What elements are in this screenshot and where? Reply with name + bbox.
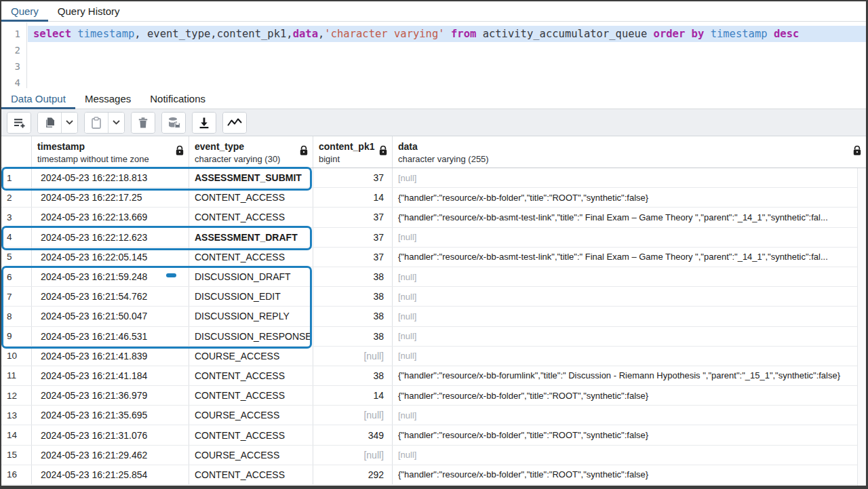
- event-type-cell[interactable]: CONTENT_ACCESS: [189, 248, 313, 267]
- data-cell[interactable]: [null]: [393, 347, 866, 366]
- column-header-data[interactable]: data character varying (255): [393, 136, 866, 168]
- data-cell[interactable]: [null]: [393, 168, 866, 187]
- tab-query[interactable]: Query: [1, 1, 48, 21]
- content-pk1-cell[interactable]: 349: [313, 425, 393, 444]
- content-pk1-cell[interactable]: 37: [313, 248, 393, 267]
- row-number-cell[interactable]: 15: [1, 446, 32, 465]
- event-type-cell[interactable]: ASSESSMENT_DRAFT: [189, 228, 313, 247]
- sql-line-1[interactable]: select timestamp, event_type,content_pk1…: [28, 26, 866, 42]
- event-type-cell[interactable]: CONTENT_ACCESS: [189, 208, 313, 227]
- data-cell[interactable]: [null]: [393, 406, 866, 425]
- event-type-cell[interactable]: DISCUSSION_RESPONSE: [189, 327, 313, 346]
- add-row-button[interactable]: [7, 113, 31, 133]
- content-pk1-cell[interactable]: 14: [313, 188, 393, 207]
- data-cell[interactable]: {"handler":"resource/x-bb-forumlink","ti…: [393, 366, 866, 385]
- timestamp-cell[interactable]: 2024-05-23 16:21:35.695: [32, 406, 189, 425]
- content-pk1-cell[interactable]: 38: [313, 287, 393, 306]
- content-pk1-cell[interactable]: 38: [313, 366, 393, 385]
- timestamp-cell[interactable]: 2024-05-23 16:21:46.531: [32, 327, 189, 346]
- timestamp-cell[interactable]: 2024-05-23 16:22:12.623: [32, 228, 189, 247]
- row-number-cell[interactable]: 16: [1, 465, 32, 484]
- event-type-cell[interactable]: DISCUSSION_DRAFT: [189, 267, 313, 286]
- content-pk1-cell[interactable]: [null]: [313, 406, 393, 425]
- event-type-cell[interactable]: CONTENT_ACCESS: [189, 366, 313, 385]
- save-data-changes-button[interactable]: [162, 113, 185, 133]
- data-cell[interactable]: [null]: [393, 307, 866, 326]
- event-type-cell[interactable]: DISCUSSION_REPLY: [189, 307, 313, 326]
- row-number-cell[interactable]: 7: [1, 287, 32, 306]
- column-header-content-pk1[interactable]: content_pk1 bigint: [313, 136, 393, 168]
- data-cell[interactable]: {"handler":"resource/x-bb-folder","title…: [393, 386, 866, 405]
- content-pk1-cell[interactable]: 37: [313, 168, 393, 187]
- timestamp-cell[interactable]: 2024-05-23 16:22:17.25: [32, 188, 189, 207]
- timestamp-cell[interactable]: 2024-05-23 16:22:18.813: [32, 168, 189, 187]
- row-number-cell[interactable]: 6: [1, 267, 32, 286]
- event-type-cell[interactable]: CONTENT_ACCESS: [189, 425, 313, 444]
- data-cell[interactable]: [null]: [393, 228, 866, 247]
- row-number-cell[interactable]: 9: [1, 327, 32, 346]
- content-pk1-cell[interactable]: 14: [313, 386, 393, 405]
- event-type-cell[interactable]: COURSE_ACCESS: [189, 347, 313, 366]
- event-type-cell[interactable]: CONTENT_ACCESS: [189, 386, 313, 405]
- event-type-cell[interactable]: CONTENT_ACCESS: [189, 188, 313, 207]
- event-type-cell[interactable]: DISCUSSION_EDIT: [189, 287, 313, 306]
- timestamp-cell[interactable]: 2024-05-23 16:21:59.248: [32, 267, 189, 286]
- timestamp-cell[interactable]: 2024-05-23 16:21:41.184: [32, 366, 189, 385]
- data-cell[interactable]: {"handler":"resource/x-bb-folder","title…: [393, 465, 866, 484]
- content-pk1-cell[interactable]: 38: [313, 267, 393, 286]
- content-pk1-cell[interactable]: 37: [313, 208, 393, 227]
- data-cell[interactable]: [null]: [393, 267, 866, 286]
- data-cell[interactable]: {"handler":"resource/x-bb-asmt-test-link…: [393, 248, 866, 267]
- content-pk1-cell[interactable]: 38: [313, 327, 393, 346]
- content-pk1-cell[interactable]: [null]: [313, 347, 393, 366]
- timestamp-cell[interactable]: 2024-05-23 16:21:50.047: [32, 307, 189, 326]
- row-number-cell[interactable]: 10: [1, 347, 32, 366]
- graph-visualiser-button[interactable]: [223, 113, 246, 133]
- sql-line-2[interactable]: [28, 42, 866, 58]
- row-number-cell[interactable]: 13: [1, 406, 32, 425]
- copy-options-button[interactable]: [61, 113, 77, 133]
- row-number-cell[interactable]: 14: [1, 425, 32, 444]
- data-cell[interactable]: [null]: [393, 446, 866, 465]
- row-number-cell[interactable]: 3: [1, 208, 32, 227]
- row-number-cell[interactable]: 2: [1, 188, 32, 207]
- content-pk1-cell[interactable]: 37: [313, 228, 393, 247]
- data-cell[interactable]: {"handler":"resource/x-bb-folder","title…: [393, 425, 866, 444]
- paste-options-button[interactable]: [108, 113, 124, 133]
- tab-notifications[interactable]: Notifications: [140, 88, 215, 109]
- sql-line-3[interactable]: [28, 58, 866, 75]
- row-number-cell[interactable]: 5: [1, 248, 32, 267]
- timestamp-cell[interactable]: 2024-05-23 16:21:41.839: [32, 347, 189, 366]
- column-header-timestamp[interactable]: timestamp timestamp without time zone: [32, 136, 189, 168]
- event-type-cell[interactable]: COURSE_ACCESS: [189, 406, 313, 425]
- tab-messages[interactable]: Messages: [75, 88, 140, 109]
- delete-row-button[interactable]: [132, 113, 155, 133]
- sql-editor[interactable]: 1 2 3 4 select timestamp, event_type,con…: [1, 22, 866, 88]
- timestamp-cell[interactable]: 2024-05-23 16:21:54.762: [32, 287, 189, 306]
- timestamp-cell[interactable]: 2024-05-23 16:21:36.979: [32, 386, 189, 405]
- event-type-cell[interactable]: ASSESSMENT_SUBMIT: [189, 168, 313, 187]
- column-header-event-type[interactable]: event_type character varying (30): [189, 136, 313, 168]
- timestamp-cell[interactable]: 2024-05-23 16:22:13.669: [32, 208, 189, 227]
- data-cell[interactable]: {"handler":"resource/x-bb-asmt-test-link…: [393, 208, 866, 227]
- content-pk1-cell[interactable]: [null]: [313, 446, 393, 465]
- timestamp-cell[interactable]: 2024-05-23 16:22:05.145: [32, 248, 189, 267]
- tab-data-output[interactable]: Data Output: [1, 88, 75, 109]
- timestamp-cell[interactable]: 2024-05-23 16:21:29.462: [32, 446, 189, 465]
- timestamp-cell[interactable]: 2024-05-23 16:21:25.854: [32, 465, 189, 484]
- paste-button[interactable]: [85, 113, 108, 133]
- data-cell[interactable]: {"handler":"resource/x-bb-folder","title…: [393, 188, 866, 207]
- row-number-cell[interactable]: 11: [1, 366, 32, 385]
- row-number-header[interactable]: [1, 136, 32, 168]
- data-cell[interactable]: [null]: [393, 287, 866, 306]
- save-results-to-file-button[interactable]: [193, 113, 216, 133]
- copy-button[interactable]: [38, 113, 61, 133]
- content-pk1-cell[interactable]: 292: [313, 465, 393, 484]
- row-number-cell[interactable]: 4: [1, 228, 32, 247]
- vertical-scrollbar-track[interactable]: [857, 168, 866, 486]
- content-pk1-cell[interactable]: 38: [313, 307, 393, 326]
- tab-query-history[interactable]: Query History: [48, 1, 130, 21]
- timestamp-cell[interactable]: 2024-05-23 16:21:31.076: [32, 425, 189, 444]
- code-area[interactable]: select timestamp, event_type,content_pk1…: [28, 22, 866, 88]
- event-type-cell[interactable]: COURSE_ACCESS: [189, 446, 313, 465]
